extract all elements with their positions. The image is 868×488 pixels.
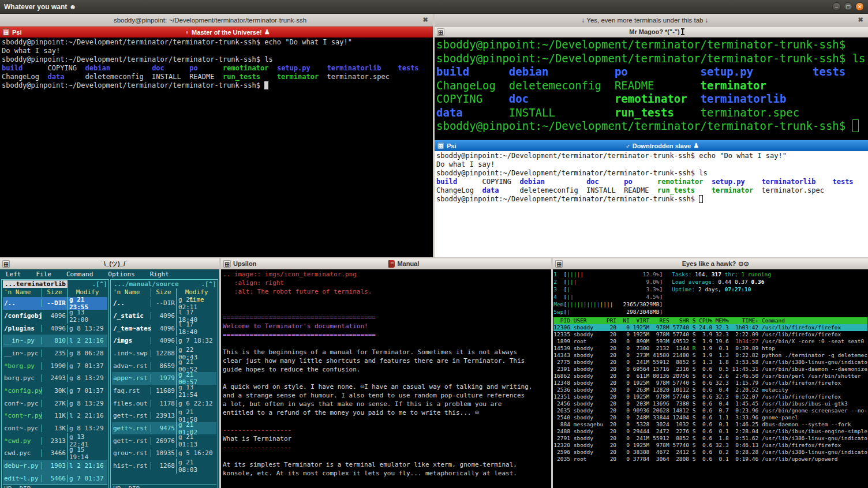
mc-right-path[interactable]: .../manual/source	[112, 280, 181, 288]
window-titlebar[interactable]: Whatever you want ☻ – ▢ ✕	[0, 0, 868, 14]
close-button[interactable]: ✕	[855, 2, 864, 11]
tab-title-right[interactable]: ↓ Yes, even more terminals under this ta…	[435, 17, 855, 24]
column-header-mtime[interactable]: Modify time	[67, 288, 107, 297]
mc-left-path[interactable]: ...terminatorlib	[3, 280, 68, 288]
process-row[interactable]: 2035 root 20 0 37784 3064 2808 S 0.6 0.1…	[553, 456, 867, 463]
column-header-size[interactable]: Size	[151, 288, 176, 297]
menu-item[interactable]: Command	[66, 271, 93, 279]
process-row[interactable]: 2536 sboddy 20 0 263M 12820 10112 S 0.6 …	[553, 386, 867, 393]
column-header-name[interactable]: 'n Name	[112, 288, 151, 297]
group-menu-icon[interactable]: ⊞	[2, 28, 10, 36]
file-row[interactable]: /_tem~ates4096l 17 18:40	[112, 322, 216, 335]
file-row[interactable]: cont~.pyc13Kg 8 13:29	[3, 422, 107, 435]
menu-item[interactable]: Left	[6, 271, 21, 279]
file-row[interactable]: __in~.pyc235g 8 06:28	[3, 347, 107, 360]
tab-close-icon[interactable]: ✖	[855, 16, 866, 24]
terminal-line: 4 [|| 4.5%]	[553, 293, 663, 301]
column-header-name[interactable]: 'n Name	[3, 288, 42, 297]
mc-terminal[interactable]: LeftFileCommandOptionsRight ...terminato…	[0, 269, 219, 488]
menu-item[interactable]: File	[36, 271, 52, 279]
process-row[interactable]: 1899 root 20 0 890M 593M 49532 S 1.9 19.…	[553, 338, 867, 345]
minimize-button[interactable]: –	[832, 2, 841, 11]
file-row[interactable]: gett~.rst23913g 21 01:58	[112, 410, 216, 422]
file-row[interactable]: faq.rst11689g 13 21:54	[112, 385, 216, 397]
group-menu-icon[interactable]: ⊞	[223, 260, 231, 268]
column-header-size[interactable]: Size	[42, 288, 67, 297]
file-row[interactable]	[112, 472, 216, 485]
terminal-line: :alt: The robot future of terminals.	[223, 287, 549, 296]
group-menu-icon[interactable]: ⊞	[437, 142, 444, 149]
process-row[interactable]: 2775 sboddy 20 0 241M 55912 8852 S 1.3 1…	[553, 359, 867, 366]
process-row[interactable]: 2596 sboddy 20 0 38388 4672 2412 S 0.6 0…	[553, 449, 867, 456]
file-row[interactable]: .ind~.swp12288g 22 00:43	[112, 347, 216, 360]
file-row[interactable]: edit~l.py5466g 7 01:37	[3, 472, 107, 485]
master-titlebar[interactable]: ⊞ Psi ♀ Master of the Universe! ♟	[0, 27, 433, 37]
file-row[interactable]: debu~r.py1903l 2 21:16	[3, 460, 107, 472]
process-row[interactable]: 12335 sboddy 20 0 1925M 978M 57740 S 3.9…	[553, 331, 867, 338]
process-row[interactable]: 12306 sboddy 20 0 1925M 978M 57740 S 24.…	[553, 324, 867, 331]
file-row[interactable]: *config.py30Kg 7 01:37	[3, 385, 107, 397]
process-row[interactable]: 2456 sboddy 20 0 203M 13696 7380 S 0.6 0…	[553, 400, 867, 407]
process-row[interactable]: 12348 sboddy 20 0 1925M 978M 57740 S 0.6…	[553, 380, 867, 386]
file-row[interactable]: gett~.rst9475g 21 01:02	[112, 422, 216, 435]
process-row[interactable]: 12351 sboddy 20 0 1925M 978M 57740 S 0.6…	[553, 393, 867, 400]
left-notebook: sboddy@pinpoint: ~/Development/terminato…	[0, 14, 433, 257]
file-row[interactable]: borg.pyc2493g 8 13:29	[3, 372, 107, 385]
process-row[interactable]: 2540 sboddy 20 0 248M 33844 12404 S 0.6 …	[553, 414, 867, 421]
process-table: 12306 sboddy 20 0 1925M 978M 57740 S 24.…	[553, 324, 867, 488]
file-row[interactable]: *borg.py1990g 7 01:37	[3, 359, 107, 372]
group-menu-icon[interactable]: ⊞	[555, 260, 563, 268]
process-row[interactable]: 2635 sboddy 20 0 90936 20628 14812 S 0.6…	[553, 407, 867, 414]
process-row[interactable]: 12320 sboddy 20 0 1925M 978M 57740 S 0.6…	[553, 442, 867, 449]
file-row[interactable]: /_static4096l 17 18:40	[112, 310, 216, 322]
master-terminal[interactable]: sboddy@pinpoint:~/Development/terminator…	[0, 37, 433, 257]
tab-title-left[interactable]: sboddy@pinpoint: ~/Development/terminato…	[0, 17, 420, 24]
file-row[interactable]: *cont~r.py11Kl 2 21:16	[3, 410, 107, 422]
slave-terminal[interactable]: sboddy@pinpoint:~/Development/terminator…	[435, 151, 868, 257]
file-row[interactable]: conf~.pyc27Kg 8 13:29	[3, 397, 107, 410]
file-row[interactable]: grou~.rst10935g 5 16:20	[112, 447, 216, 460]
process-row[interactable]: 14539 sboddy 20 0 7300 2132 1344 R 1.9 0…	[553, 345, 867, 352]
mc-left-panel: ...terminatorlib .[^] 'n Name Size Modif…	[1, 279, 109, 488]
menu-item[interactable]: Right	[150, 271, 169, 279]
process-table-header[interactable]: PID USER PRI NI VIRT RES SHR S CPU% MEM%…	[553, 317, 867, 324]
terminal-line: build COPYING debian doc po remotinator …	[436, 178, 866, 186]
column-header-mtime[interactable]: Modify time	[176, 288, 216, 297]
group-menu-icon[interactable]: ⊞	[437, 28, 444, 36]
process-row[interactable]: 2391 sboddy 20 0 69564 15716 2316 S 0.6 …	[553, 366, 867, 373]
file-row[interactable]: hist~.rst1268g 21 08:03	[112, 460, 216, 472]
file-row[interactable]: /imgs4096g 7 18:32	[112, 335, 216, 347]
process-row[interactable]: 14343 sboddy 20 0 273M 41580 21480 S 1.9…	[553, 352, 867, 359]
htop-titlebar[interactable]: ⊞ Eyes like a hawk? ⊙⊙	[553, 258, 868, 269]
mc-titlebar[interactable]: ⊞ ¯\_(ツ)_/¯	[0, 258, 219, 269]
file-row[interactable]: files.out1178g 6 22:12	[112, 397, 216, 410]
process-row[interactable]: 16862 sboddy 20 0 611M 80136 20756 S 0.6…	[553, 373, 867, 380]
file-row[interactable]: adva~.rst8659g 21 00:52	[112, 359, 216, 372]
htop-terminal[interactable]: 1 [||||| 12.9%]2 [||| 9.0%]3 [| 3.3%]4 […	[553, 269, 868, 488]
file-row[interactable]: /..--DIRg 21 02:11	[112, 297, 216, 310]
file-row[interactable]: /configobj4096g 13 22:00	[3, 310, 107, 322]
bottom-split: ⊞ ¯\_(ツ)_/¯ LeftFileCommandOptionsRight …	[0, 258, 868, 488]
file-row[interactable]: /plugins4096g 8 13:29	[3, 322, 107, 335]
menu-item[interactable]: Options	[108, 271, 134, 279]
file-row[interactable]: appe~.rst1979g 21 00:57	[112, 372, 216, 385]
process-row[interactable]: 2488 sboddy 20 0 29444 2472 2276 S 0.6 0…	[553, 428, 867, 435]
file-row[interactable]: *cwd.py2313g 13 22:41	[3, 434, 107, 447]
tab-close-icon[interactable]: ✖	[420, 16, 431, 24]
vim-terminal[interactable]: .. image:: imgs/icon_terminator.png :ali…	[221, 269, 551, 488]
magoo-titlebar[interactable]: ⊞ Mr Magoo? *("-")	[435, 27, 868, 37]
magoo-terminal[interactable]: sboddy@pinpoint:~/Development/terminator…	[435, 37, 868, 140]
slave-titlebar[interactable]: ⊞ Psi ♂ Downtrodden slave ♟	[435, 140, 868, 151]
terminal-line: sboddy@pinpoint:~/Development/terminator…	[436, 169, 866, 178]
process-row[interactable]: 884 messagebu 20 0 5328 3024 1032 S 0.6 …	[553, 421, 867, 428]
file-row[interactable]: __in~.py810l 2 21:16	[3, 335, 107, 347]
process-row[interactable]: 2791 sboddy 20 0 241M 55912 8852 S 0.6 1…	[553, 435, 867, 442]
group-menu-icon[interactable]: ⊞	[2, 260, 10, 268]
file-row[interactable]: gett~.rst26976g 21 01:13	[112, 434, 216, 447]
system-summary: Tasks: 164, 317 thr; 1 runningLoad avera…	[672, 271, 771, 316]
manual-titlebar[interactable]: ⊞ Upsilon Manual	[221, 258, 551, 269]
maximize-button[interactable]: ▢	[844, 2, 852, 11]
file-row[interactable]: cwd.pyc3466g 15 19:14	[3, 447, 107, 460]
terminal-line: Swp[| 298/3048MB]	[553, 308, 663, 316]
file-row[interactable]: /..--DIRg 21 23:55	[3, 297, 107, 310]
